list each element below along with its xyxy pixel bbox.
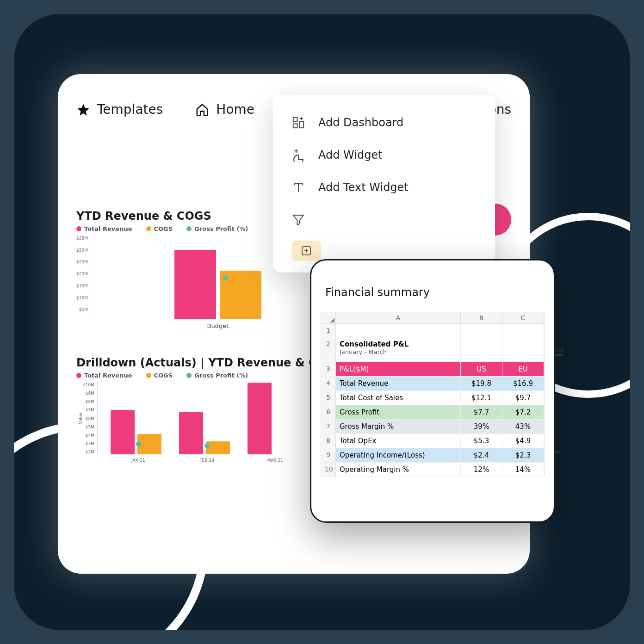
y-axis: $35M $30M $25M $20M $15M $10M $5M xyxy=(76,236,91,319)
cell-subtitle: January - March xyxy=(340,348,457,355)
menu-add-text-widget[interactable]: Add Text Widget xyxy=(287,171,481,204)
cell[interactable]: $4.9 xyxy=(502,434,544,448)
x-label: Budget xyxy=(207,322,229,329)
cell[interactable]: Operating Income/(Loss) xyxy=(336,448,461,462)
cell[interactable]: Total Cost of Sales xyxy=(336,391,461,405)
menu-add-widget[interactable]: Add Widget xyxy=(287,139,481,171)
dot-icon xyxy=(186,373,192,378)
table-row: 6Gross Profit$7.7$7.2 xyxy=(321,405,545,420)
tick: $2M xyxy=(83,450,94,454)
bar-group: JAN 31 xyxy=(111,410,166,454)
row-number[interactable]: 1 xyxy=(321,324,336,337)
row-number[interactable]: 8 xyxy=(321,434,336,448)
row-number[interactable]: 5 xyxy=(321,391,336,405)
table-row: 10Operating Margin %12%14% xyxy=(321,463,545,477)
tick: $6M xyxy=(83,416,94,421)
cell[interactable]: 43% xyxy=(502,420,544,433)
cell[interactable]: P&L($M) xyxy=(336,362,461,376)
cell-title: Consolidated P&L xyxy=(340,340,457,348)
nav-label: Home xyxy=(216,102,254,117)
legend-item: COGS xyxy=(146,372,173,379)
spreadsheet-grid[interactable]: A B C 1 2 Consolidated P&LJanuary - Marc… xyxy=(321,312,545,477)
row-number[interactable]: 9 xyxy=(321,448,336,462)
table-row: 7Gross Margin %39%43% xyxy=(321,420,545,434)
cell[interactable]: $2.3 xyxy=(502,448,544,462)
dot-icon xyxy=(146,226,151,231)
sheet-title: Financial summary xyxy=(325,286,545,299)
row-number[interactable]: 6 xyxy=(321,405,336,419)
cell[interactable]: 39% xyxy=(461,420,502,433)
add-menu-popover: Add Dashboard Add Widget Add Text Widget xyxy=(273,95,495,272)
funnel-icon xyxy=(291,213,305,227)
cell[interactable]: $12.1 xyxy=(461,391,502,405)
add-button[interactable] xyxy=(291,241,321,261)
cell[interactable]: US xyxy=(461,362,502,376)
x-label: MAR 31 xyxy=(267,458,284,463)
bar-group: FEB 28 xyxy=(179,412,235,454)
table-row: 4Total Revenue$19.8$16.9 xyxy=(321,377,545,391)
cell[interactable]: 14% xyxy=(502,463,544,477)
select-all-corner[interactable] xyxy=(321,312,336,323)
legend-label: Gross Profit (%) xyxy=(194,225,248,232)
cell[interactable]: Gross Profit xyxy=(336,405,461,419)
tick: $25M xyxy=(76,260,88,264)
row-number[interactable]: 4 xyxy=(321,377,336,390)
legend-item: COGS xyxy=(146,225,173,232)
app-frame: Templates Home tions d YTD Revenue & COG… xyxy=(14,14,630,630)
cell[interactable]: $7.2 xyxy=(502,405,544,419)
bar-group: Budget xyxy=(174,250,261,319)
menu-label: Add Dashboard xyxy=(318,116,403,129)
col-header[interactable]: A xyxy=(336,312,461,323)
row-number[interactable]: 2 xyxy=(321,337,336,362)
menu-add-dashboard[interactable]: Add Dashboard xyxy=(287,106,481,139)
nav-templates[interactable]: Templates xyxy=(76,102,163,117)
legend-label: COGS xyxy=(154,225,173,232)
point-gross-profit xyxy=(223,275,228,280)
menu-label: Add Widget xyxy=(318,149,383,161)
svg-rect-0 xyxy=(293,118,297,122)
tick: $10M xyxy=(76,296,88,300)
nav-home[interactable]: Home xyxy=(195,102,254,117)
cell[interactable]: Gross Margin % xyxy=(336,420,461,433)
tick: $10M xyxy=(83,383,94,387)
cell[interactable]: $7.7 xyxy=(461,405,502,419)
cell[interactable]: Operating Margin % xyxy=(336,463,461,477)
cell[interactable]: EU xyxy=(502,362,544,376)
nav-label: Templates xyxy=(97,102,163,117)
bar-revenue xyxy=(179,412,203,454)
menu-label: Add Text Widget xyxy=(318,181,409,194)
row-number[interactable]: 3 xyxy=(321,362,336,376)
cell[interactable]: $9.7 xyxy=(502,391,544,405)
cell[interactable]: $19.8 xyxy=(461,377,502,390)
table-row: 8Total OpEx$5.3$4.9 xyxy=(321,434,545,448)
tick: $5M xyxy=(76,307,88,312)
legend-item: Total Revenue xyxy=(76,372,132,379)
cell[interactable]: Total OpEx xyxy=(336,434,461,448)
home-icon xyxy=(195,103,209,117)
menu-filter[interactable] xyxy=(287,204,481,236)
widget-add-icon xyxy=(291,148,305,162)
col-header[interactable]: C xyxy=(502,312,544,323)
tick: $9M xyxy=(83,391,94,396)
bar-revenue xyxy=(248,383,272,454)
dot-icon xyxy=(146,373,151,378)
tick: $20M xyxy=(76,272,88,276)
table-row: 1 xyxy=(321,324,545,337)
col-header[interactable]: B xyxy=(461,312,502,323)
cell[interactable]: $16.9 xyxy=(502,377,544,390)
cell[interactable]: $2.4 xyxy=(461,448,502,462)
cell[interactable]: Total Revenue xyxy=(336,377,461,390)
star-icon xyxy=(76,103,90,117)
tick: $35M xyxy=(76,236,88,241)
row-number[interactable]: 7 xyxy=(321,420,336,433)
legend-label: Total Revenue xyxy=(84,225,132,232)
cell[interactable]: $5.3 xyxy=(461,434,502,448)
cell[interactable]: 12% xyxy=(461,463,502,477)
text-icon xyxy=(291,180,305,194)
cell[interactable]: Consolidated P&LJanuary - March xyxy=(336,337,461,362)
plus-square-icon xyxy=(301,245,312,256)
tick: $15M xyxy=(76,284,88,288)
tick: $4M xyxy=(83,433,94,438)
legend-item: Total Revenue xyxy=(76,225,132,232)
row-number[interactable]: 10 xyxy=(321,463,336,477)
